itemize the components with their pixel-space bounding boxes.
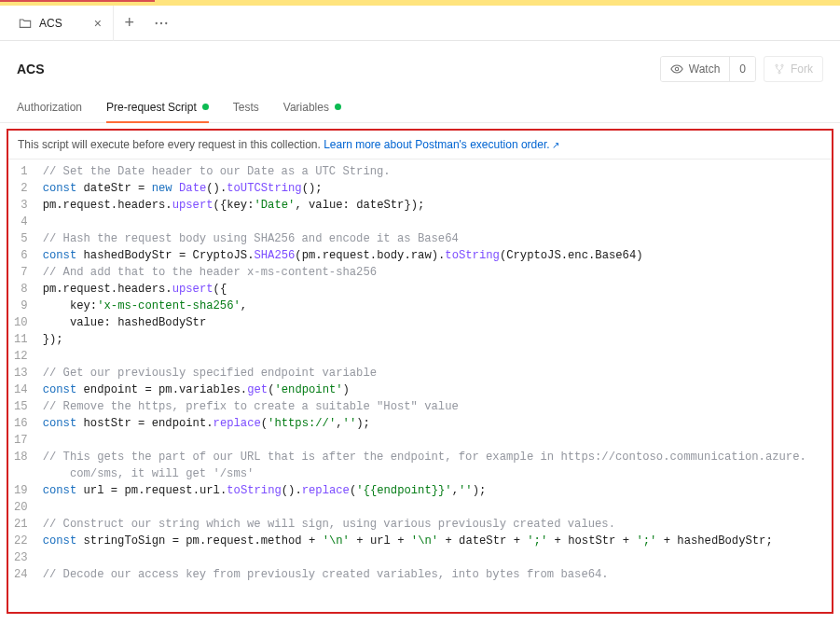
title-row: ACS Watch 0 Fork	[0, 41, 840, 91]
eye-icon	[670, 62, 683, 76]
close-icon[interactable]: ×	[94, 17, 102, 30]
active-tab-indicator	[0, 0, 155, 2]
tab-acs[interactable]: ACS ×	[7, 6, 114, 41]
svg-point-5	[781, 64, 783, 66]
info-text: This script will execute before every re…	[18, 138, 324, 151]
subtab-label: Variables	[283, 101, 329, 114]
code-content[interactable]: // Set the Date header to our Date as a …	[37, 159, 832, 609]
tab-tests[interactable]: Tests	[233, 91, 259, 122]
modified-dot-icon	[202, 104, 209, 110]
code-editor[interactable]: 123456789101112131415161718 192021222324…	[8, 159, 832, 609]
subtab-label: Authorization	[17, 101, 82, 114]
title-actions: Watch 0 Fork	[660, 56, 823, 82]
svg-point-6	[778, 72, 780, 74]
subtab-label: Tests	[233, 101, 259, 114]
watch-count: 0	[729, 57, 755, 81]
svg-point-2	[165, 21, 167, 23]
learn-more-link[interactable]: Learn more about Postman's execution ord…	[324, 138, 549, 151]
watch-label: Watch	[689, 62, 721, 76]
tab-authorization[interactable]: Authorization	[17, 91, 82, 122]
tab-label: ACS	[39, 17, 62, 30]
svg-point-0	[155, 21, 157, 23]
line-gutter: 123456789101112131415161718 192021222324	[8, 159, 37, 609]
watch-button[interactable]: Watch 0	[660, 56, 756, 82]
info-strip: This script will execute before every re…	[8, 131, 832, 159]
fork-label: Fork	[791, 62, 813, 76]
svg-point-3	[675, 67, 679, 71]
folder-icon	[19, 17, 32, 30]
fork-button[interactable]: Fork	[764, 56, 823, 82]
collection-title: ACS	[17, 62, 45, 76]
subtab-label: Pre-request Script	[106, 101, 197, 114]
new-tab-button[interactable]: +	[114, 13, 145, 33]
tab-bar: ACS × +	[0, 6, 840, 41]
svg-point-4	[776, 64, 778, 66]
external-link-icon: ↗	[552, 140, 559, 150]
tab-variables[interactable]: Variables	[283, 91, 341, 122]
modified-dot-icon	[335, 104, 341, 110]
svg-point-1	[160, 21, 162, 23]
subtab-row: Authorization Pre-request Script Tests V…	[0, 91, 840, 123]
highlighted-region: This script will execute before every re…	[7, 129, 833, 614]
tab-overflow-button[interactable]	[145, 21, 177, 25]
fork-icon	[774, 63, 785, 75]
tab-prerequest-script[interactable]: Pre-request Script	[106, 91, 209, 122]
